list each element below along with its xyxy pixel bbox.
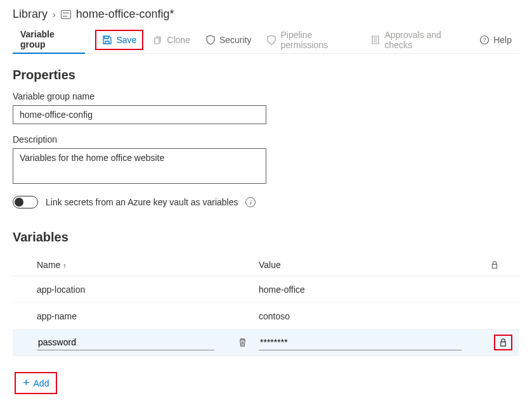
column-name[interactable]: Name↑ bbox=[37, 260, 259, 270]
lock-toggle[interactable] bbox=[495, 335, 512, 350]
clone-button[interactable]: Clone bbox=[145, 26, 198, 54]
link-secrets-label: Link secrets from an Azure key vault as … bbox=[46, 197, 238, 207]
tab-variable-group-label: Variable group bbox=[20, 29, 77, 49]
variables-header-row: Name↑ Value bbox=[13, 253, 519, 276]
delete-icon[interactable] bbox=[238, 338, 247, 347]
shield-icon bbox=[205, 35, 216, 45]
security-button[interactable]: Security bbox=[198, 26, 259, 54]
variables-table: Name↑ Value app-locationhome-officeapp-n… bbox=[13, 253, 519, 356]
variables-heading: Variables bbox=[13, 230, 519, 245]
lock-icon bbox=[490, 260, 499, 269]
properties-heading: Properties bbox=[13, 68, 519, 82]
approvals-button[interactable]: Approvals and checks bbox=[363, 26, 472, 54]
variable-name: app-name bbox=[37, 311, 77, 321]
variable-value: contoso bbox=[259, 311, 290, 321]
column-name-label: Name bbox=[37, 260, 60, 270]
add-variable-button[interactable]: + Add bbox=[15, 373, 56, 393]
sort-asc-icon: ↑ bbox=[63, 262, 67, 269]
toolbar: Variable group Save Clone Security bbox=[13, 26, 519, 54]
breadcrumb-root[interactable]: Library bbox=[13, 8, 48, 21]
description-label: Description bbox=[13, 134, 519, 144]
clone-icon bbox=[153, 35, 163, 45]
add-variable-label: Add bbox=[34, 378, 49, 388]
variable-group-icon bbox=[61, 10, 71, 19]
table-row[interactable]: app-namecontoso bbox=[13, 303, 519, 329]
clone-label: Clone bbox=[167, 35, 190, 45]
variable-name-input[interactable] bbox=[37, 335, 214, 350]
help-button[interactable]: ? Help bbox=[472, 26, 519, 54]
help-label: Help bbox=[493, 35, 512, 45]
checklist-icon bbox=[370, 35, 380, 45]
variable-value: home-office bbox=[259, 285, 305, 295]
table-row[interactable]: app-locationhome-office bbox=[13, 276, 519, 303]
variable-group-name-input[interactable] bbox=[13, 105, 266, 124]
plus-icon: + bbox=[23, 376, 30, 390]
variable-group-name-label: Variable group name bbox=[13, 91, 519, 101]
save-button[interactable]: Save bbox=[93, 26, 145, 54]
save-label: Save bbox=[116, 35, 136, 45]
svg-text:?: ? bbox=[483, 37, 486, 43]
breadcrumb: Library › home-office-config* bbox=[13, 8, 519, 21]
table-row[interactable] bbox=[13, 329, 519, 356]
pipeline-permissions-label: Pipeline permissions bbox=[280, 30, 355, 50]
approvals-label: Approvals and checks bbox=[384, 30, 464, 50]
help-icon: ? bbox=[479, 35, 490, 45]
variable-value-input[interactable] bbox=[259, 335, 462, 350]
toolbar-divider bbox=[89, 33, 89, 47]
save-icon bbox=[102, 35, 112, 45]
security-label: Security bbox=[219, 35, 252, 45]
column-lock bbox=[490, 260, 516, 269]
info-icon[interactable]: i bbox=[245, 197, 256, 207]
variable-name: app-location bbox=[37, 285, 85, 295]
column-value[interactable]: Value bbox=[259, 260, 490, 270]
breadcrumb-separator: › bbox=[53, 10, 56, 20]
breadcrumb-current: home-office-config* bbox=[76, 8, 174, 21]
link-secrets-toggle[interactable] bbox=[13, 196, 38, 208]
pipeline-permissions-button[interactable]: Pipeline permissions bbox=[259, 26, 363, 54]
tab-variable-group[interactable]: Variable group bbox=[13, 26, 85, 54]
description-input[interactable] bbox=[13, 148, 266, 184]
shield-outline-icon bbox=[266, 35, 276, 45]
